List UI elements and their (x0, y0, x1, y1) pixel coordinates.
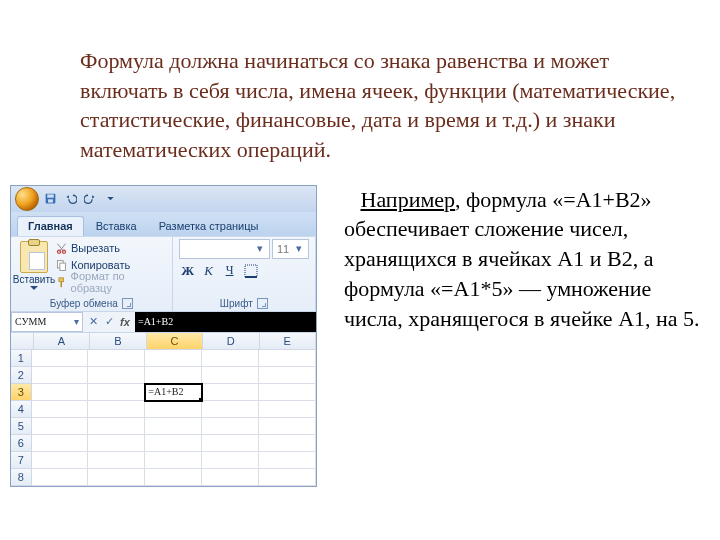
row-header[interactable]: 7 (11, 452, 32, 469)
border-button[interactable] (242, 262, 260, 280)
svg-rect-1 (47, 195, 54, 198)
italic-button[interactable]: К (200, 262, 218, 280)
active-cell[interactable]: =A1+B2 (145, 384, 202, 401)
col-header[interactable]: D (203, 333, 259, 350)
cut-button[interactable]: Вырезать (55, 240, 166, 257)
excel-titlebar (11, 186, 316, 212)
name-box[interactable]: СУММ▾ (11, 312, 83, 332)
paste-icon (20, 241, 48, 273)
svg-rect-7 (59, 278, 64, 282)
bold-button[interactable]: Ж (179, 262, 197, 280)
row-header[interactable]: 3 (11, 384, 32, 401)
col-header[interactable]: C (147, 333, 203, 350)
chevron-down-icon (30, 286, 38, 291)
tab-page-layout[interactable]: Разметка страницы (149, 217, 269, 236)
ribbon-tabs: Главная Вставка Разметка страницы (11, 212, 316, 236)
format-painter-button[interactable]: Формат по образцу (55, 274, 166, 291)
office-button-icon[interactable] (15, 187, 39, 211)
example-lead: Например (361, 187, 456, 212)
slide-heading: Формула должна начинаться со знака равен… (80, 46, 700, 165)
svg-rect-9 (245, 265, 257, 277)
group-clipboard: Вставить Вырезать Копировать (11, 237, 173, 311)
font-size-value: 11 (277, 243, 289, 255)
paste-label: Вставить (13, 274, 55, 285)
save-icon[interactable] (41, 190, 59, 208)
svg-rect-6 (60, 263, 66, 270)
tab-insert[interactable]: Вставка (86, 217, 147, 236)
font-size-combo[interactable]: 11▾ (272, 239, 309, 259)
dialog-launcher-icon[interactable] (257, 298, 268, 309)
qat-dropdown-icon[interactable] (101, 190, 119, 208)
format-painter-label: Формат по образцу (71, 270, 166, 294)
group-font: ▾ 11▾ Ж К Ч Шрифт (173, 237, 316, 311)
row-header[interactable]: 5 (11, 418, 32, 435)
row-header[interactable]: 6 (11, 435, 32, 452)
row-header[interactable]: 4 (11, 401, 32, 418)
formula-bar: СУММ▾ ✕ ✓ fx =A1+B2 (11, 311, 316, 333)
excel-screenshot: Главная Вставка Разметка страницы Встави… (10, 185, 320, 487)
row-header[interactable]: 2 (11, 367, 32, 384)
scissors-icon (55, 242, 68, 255)
row-header[interactable]: 8 (11, 469, 32, 486)
dialog-launcher-icon[interactable] (122, 298, 133, 309)
svg-rect-8 (60, 281, 62, 286)
ribbon: Вставить Вырезать Копировать (11, 236, 316, 311)
formula-input[interactable]: =A1+B2 (135, 312, 316, 332)
group-font-label: Шрифт (220, 298, 253, 309)
redo-icon[interactable] (81, 190, 99, 208)
tab-home[interactable]: Главная (17, 216, 84, 236)
cut-label: Вырезать (71, 242, 120, 254)
brush-icon (55, 276, 68, 289)
font-family-combo[interactable]: ▾ (179, 239, 270, 259)
paste-button[interactable]: Вставить (17, 239, 51, 291)
select-all-corner[interactable] (11, 333, 34, 350)
example-paragraph: Например, формула «=А1+В2» обеспечивает … (344, 185, 700, 487)
group-clipboard-label: Буфер обмена (50, 298, 118, 309)
name-box-value: СУММ (15, 316, 46, 327)
copy-icon (55, 259, 68, 272)
underline-button[interactable]: Ч (221, 262, 239, 280)
cancel-icon[interactable]: ✕ (86, 315, 100, 328)
undo-icon[interactable] (61, 190, 79, 208)
col-header[interactable]: E (260, 333, 316, 350)
col-header[interactable]: A (34, 333, 90, 350)
enter-icon[interactable]: ✓ (102, 315, 116, 328)
svg-rect-2 (48, 200, 53, 203)
worksheet-grid[interactable]: A B C D E 1 2 3=A1+B2 4 5 6 7 8 (11, 333, 316, 486)
col-header[interactable]: B (90, 333, 146, 350)
fx-icon[interactable]: fx (118, 316, 132, 328)
row-header[interactable]: 1 (11, 350, 32, 367)
